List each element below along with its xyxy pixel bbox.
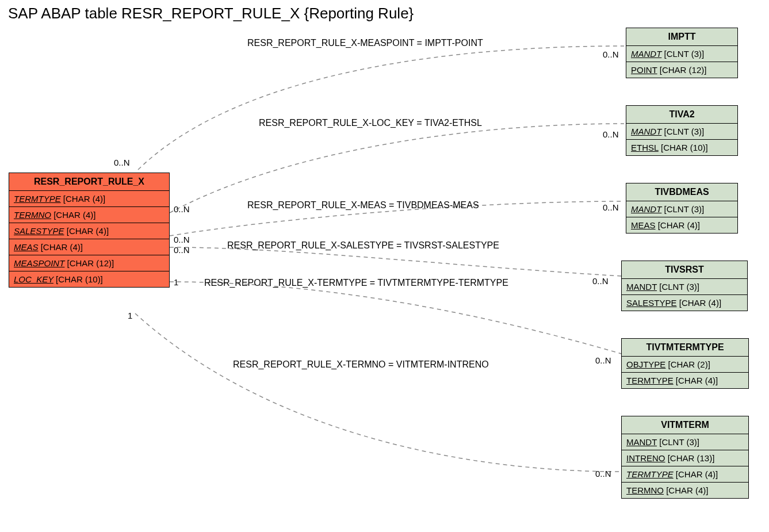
rel-label-1: RESR_REPORT_RULE_X-MEASPOINT = IMPTT-POI… bbox=[247, 38, 483, 48]
ref-field: MANDT [CLNT (3)] bbox=[626, 124, 737, 140]
ref-field: POINT [CHAR (12)] bbox=[626, 62, 737, 78]
ref-header-tivtmtermtype: TIVTMTERMTYPE bbox=[622, 339, 748, 357]
card-r1: 0..N bbox=[603, 49, 619, 59]
rel-label-4: RESR_REPORT_RULE_X-SALESTYPE = TIVSRST-S… bbox=[227, 240, 499, 251]
ref-field: TERMTYPE [CHAR (4)] bbox=[622, 373, 748, 388]
ref-table-imptt: IMPTT MANDT [CLNT (3)] POINT [CHAR (12)] bbox=[626, 28, 738, 78]
ref-field: MANDT [CLNT (3)] bbox=[622, 279, 747, 295]
ref-field: MANDT [CLNT (3)] bbox=[626, 201, 737, 217]
card-r5: 0..N bbox=[595, 355, 611, 365]
main-field-2: SALESTYPE [CHAR (4)] bbox=[9, 223, 169, 239]
rel-label-2: RESR_REPORT_RULE_X-LOC_KEY = TIVA2-ETHSL bbox=[259, 118, 482, 128]
ref-header-tivsrst: TIVSRST bbox=[622, 261, 747, 279]
ref-field: MEAS [CHAR (4)] bbox=[626, 217, 737, 233]
ref-table-tivsrst: TIVSRST MANDT [CLNT (3)] SALESTYPE [CHAR… bbox=[621, 261, 748, 311]
main-table: RESR_REPORT_RULE_X TERMTYPE [CHAR (4)] T… bbox=[9, 173, 170, 288]
ref-header-imptt: IMPTT bbox=[626, 28, 737, 46]
main-field-0: TERMTYPE [CHAR (4)] bbox=[9, 191, 169, 207]
ref-table-tivtmtermtype: TIVTMTERMTYPE OBJTYPE [CHAR (2)] TERMTYP… bbox=[621, 338, 749, 389]
rel-label-3: RESR_REPORT_RULE_X-MEAS = TIVBDMEAS-MEAS bbox=[247, 200, 479, 210]
ref-field: TERMTYPE [CHAR (4)] bbox=[622, 466, 748, 483]
ref-field: SALESTYPE [CHAR (4)] bbox=[622, 295, 747, 311]
main-field-5: LOC_KEY [CHAR (10)] bbox=[9, 271, 169, 287]
card-left-r3: 0..N bbox=[174, 235, 190, 244]
ref-header-tivbdmeas: TIVBDMEAS bbox=[626, 183, 737, 201]
card-r2: 0..N bbox=[603, 129, 619, 139]
page-title: SAP ABAP table RESR_REPORT_RULE_X {Repor… bbox=[8, 5, 414, 22]
ref-table-vitmterm: VITMTERM MANDT [CLNT (3)] INTRENO [CHAR … bbox=[621, 416, 749, 499]
card-left-r6: 1 bbox=[128, 311, 132, 320]
ref-field: TERMNO [CHAR (4)] bbox=[622, 483, 748, 498]
main-field-3: MEAS [CHAR (4)] bbox=[9, 239, 169, 255]
rel-label-5: RESR_REPORT_RULE_X-TERMTYPE = TIVTMTERMT… bbox=[204, 278, 508, 288]
card-r6: 0..N bbox=[595, 469, 611, 479]
ref-table-tiva2: TIVA2 MANDT [CLNT (3)] ETHSL [CHAR (10)] bbox=[626, 105, 738, 156]
card-left-r2: 0..N bbox=[174, 204, 190, 214]
ref-field: MANDT [CLNT (3)] bbox=[626, 46, 737, 62]
ref-field: INTRENO [CHAR (13)] bbox=[622, 450, 748, 466]
main-field-4: MEASPOINT [CHAR (12)] bbox=[9, 255, 169, 271]
ref-header-vitmterm: VITMTERM bbox=[622, 416, 748, 434]
card-r4: 0..N bbox=[592, 276, 609, 286]
card-left-r4: 0..N bbox=[174, 245, 190, 255]
ref-table-tivbdmeas: TIVBDMEAS MANDT [CLNT (3)] MEAS [CHAR (4… bbox=[626, 183, 738, 234]
card-left-top: 0..N bbox=[114, 158, 130, 167]
main-field-1: TERMNO [CHAR (4)] bbox=[9, 207, 169, 223]
ref-field: ETHSL [CHAR (10)] bbox=[626, 140, 737, 155]
ref-field: MANDT [CLNT (3)] bbox=[622, 434, 748, 450]
rel-label-6: RESR_REPORT_RULE_X-TERMNO = VITMTERM-INT… bbox=[233, 359, 489, 370]
ref-field: OBJTYPE [CHAR (2)] bbox=[622, 357, 748, 373]
main-table-header: RESR_REPORT_RULE_X bbox=[9, 173, 169, 191]
ref-header-tiva2: TIVA2 bbox=[626, 106, 737, 124]
card-r3: 0..N bbox=[603, 202, 619, 212]
card-left-r5: 1 bbox=[174, 277, 178, 287]
